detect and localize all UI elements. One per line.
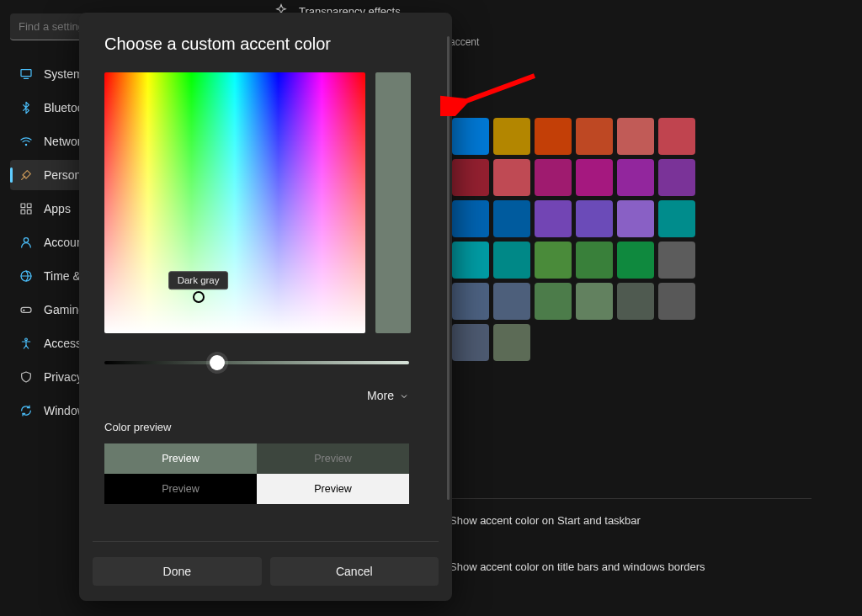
svg-rect-0 <box>21 70 31 77</box>
bluetooth-icon <box>19 100 34 115</box>
accent-swatch[interactable] <box>493 118 530 155</box>
accent-swatch[interactable] <box>576 242 613 279</box>
accent-swatch[interactable] <box>617 283 654 320</box>
svg-rect-6 <box>27 210 31 214</box>
monitor-icon <box>19 66 34 82</box>
accent-swatch[interactable] <box>535 283 572 320</box>
color-preview-heading: Color preview <box>104 421 427 433</box>
color-tooltip: Dark gray <box>168 271 229 289</box>
accent-swatch[interactable] <box>617 159 654 196</box>
slider-thumb[interactable] <box>210 355 225 370</box>
accent-swatch[interactable] <box>535 200 572 237</box>
svg-point-2 <box>25 144 26 145</box>
accent-swatch[interactable] <box>493 242 530 279</box>
sidebar-item-label: System <box>44 67 83 81</box>
accent-swatch[interactable] <box>493 159 530 196</box>
dialog-scrollbar[interactable] <box>447 36 450 500</box>
accent-swatch[interactable] <box>576 118 613 155</box>
chevron-down-icon <box>399 390 409 401</box>
preview-tile-accent-light[interactable]: Preview <box>104 443 257 474</box>
accent-titlebars-label: Show accent color on title bars and wind… <box>450 560 705 573</box>
accent-swatch[interactable] <box>658 118 695 155</box>
globe-icon <box>19 268 34 284</box>
selected-color-preview <box>375 72 411 333</box>
accent-swatch[interactable] <box>617 242 654 279</box>
accent-swatch[interactable] <box>452 118 489 155</box>
accent-swatch[interactable] <box>617 118 654 155</box>
brush-icon <box>19 167 34 183</box>
svg-rect-4 <box>27 204 31 208</box>
value-slider[interactable] <box>104 353 409 372</box>
accent-swatch[interactable] <box>576 200 613 237</box>
accent-swatch[interactable] <box>658 159 695 196</box>
preview-tile-accent-dark[interactable]: Preview <box>257 443 409 474</box>
color-gradient[interactable]: Dark gray <box>104 72 365 333</box>
accent-swatches <box>452 118 695 361</box>
accent-swatch[interactable] <box>452 159 489 196</box>
wifi-icon <box>19 134 34 149</box>
sync-icon <box>19 403 34 418</box>
shield-icon <box>19 369 34 385</box>
dialog-footer: Done Cancel <box>93 541 439 586</box>
dialog-title: Choose a custom accent color <box>104 35 427 54</box>
preview-tile-black[interactable]: Preview <box>104 474 257 504</box>
cancel-button[interactable]: Cancel <box>270 557 439 586</box>
accent-start-taskbar-label: Show accent color on Start and taskbar <box>450 514 641 527</box>
picker-row: Dark gray <box>104 72 427 333</box>
accent-swatch[interactable] <box>658 242 695 279</box>
svg-rect-9 <box>21 307 31 312</box>
user-icon <box>19 235 34 250</box>
svg-point-12 <box>25 338 28 341</box>
accent-hint: accent <box>450 36 479 48</box>
accent-swatch[interactable] <box>452 200 489 237</box>
more-toggle[interactable]: More <box>104 389 409 402</box>
more-label: More <box>367 389 394 402</box>
accent-swatch[interactable] <box>576 283 613 320</box>
accent-swatch[interactable] <box>493 283 530 320</box>
slider-track <box>104 361 409 364</box>
accessibility-icon <box>19 336 34 351</box>
svg-point-7 <box>24 238 28 242</box>
accent-swatch[interactable] <box>535 159 572 196</box>
preview-grid: Preview Preview Preview Preview <box>104 443 409 504</box>
accent-swatch[interactable] <box>617 200 654 237</box>
gamepad-icon <box>19 302 34 317</box>
done-button[interactable]: Done <box>93 557 262 586</box>
svg-rect-3 <box>21 204 25 208</box>
accent-swatch[interactable] <box>535 118 572 155</box>
gradient-cursor[interactable] <box>193 291 205 303</box>
accent-swatch[interactable] <box>493 324 530 361</box>
sidebar-item-label: Apps <box>44 202 71 215</box>
accent-swatch[interactable] <box>452 324 489 361</box>
accent-swatch[interactable] <box>452 242 489 279</box>
accent-swatch[interactable] <box>452 283 489 320</box>
color-picker-dialog: Choose a custom accent color Dark gray M… <box>79 13 452 601</box>
accent-swatch[interactable] <box>493 200 530 237</box>
accent-swatch[interactable] <box>535 242 572 279</box>
apps-icon <box>19 201 34 216</box>
svg-rect-5 <box>21 210 25 214</box>
accent-swatch[interactable] <box>576 159 613 196</box>
accent-swatch[interactable] <box>658 283 695 320</box>
preview-tile-white[interactable]: Preview <box>257 474 409 504</box>
accent-swatch[interactable] <box>658 200 695 237</box>
